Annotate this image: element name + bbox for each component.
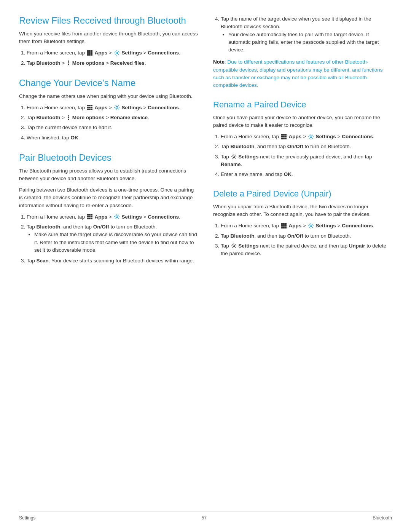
section-delete-paired: Delete a Paired Device (Unpair) When you… — [213, 189, 392, 257]
change-step-4: When finished, tap OK. — [27, 134, 198, 142]
svg-point-23 — [68, 115, 69, 116]
svg-rect-28 — [91, 214, 92, 216]
svg-rect-33 — [89, 218, 91, 219]
svg-point-11 — [68, 62, 69, 63]
bluetooth-label: Bluetooth — [37, 60, 61, 66]
review-step-1: From a Home screen, tap Apps > Settings … — [27, 49, 198, 57]
section-change-name: Change Your Device’s Name Change the nam… — [19, 78, 198, 142]
svg-point-24 — [68, 117, 69, 118]
pair-note: Note: Due to different specifications an… — [213, 58, 392, 89]
svg-rect-7 — [89, 54, 91, 56]
svg-rect-30 — [89, 216, 91, 217]
rename-paired-intro: Once you have paired your device to anot… — [213, 114, 392, 129]
svg-rect-32 — [87, 218, 89, 219]
settings-icon-5 — [308, 223, 314, 229]
svg-rect-37 — [283, 134, 285, 136]
more-options-icon-2 — [67, 115, 70, 120]
settings-icon-3 — [114, 214, 120, 220]
pair-step-4: Tap the name of the target device when y… — [221, 15, 392, 54]
rename-step-1: From a Home screen, tap Apps > Settings … — [221, 133, 392, 141]
svg-rect-8 — [91, 54, 92, 56]
pair-step-4-bullets: Your device automatically tries to pair … — [228, 31, 392, 54]
svg-rect-42 — [281, 138, 283, 139]
svg-rect-39 — [281, 136, 283, 137]
review-files-intro: When you receive files from another devi… — [19, 30, 198, 46]
connections-label: Connections — [148, 50, 179, 56]
svg-rect-41 — [285, 136, 287, 137]
svg-point-10 — [68, 61, 69, 62]
review-files-title: Review Files Received through Bluetooth — [19, 15, 198, 26]
svg-rect-2 — [91, 50, 92, 52]
apps-icon — [87, 50, 93, 56]
apps-icon-3 — [87, 214, 93, 220]
apps-icon-4 — [281, 134, 287, 140]
pair-step-3: Tap Scan. Your device starts scanning fo… — [27, 257, 198, 265]
svg-rect-43 — [283, 138, 285, 139]
pair-devices-title: Pair Bluetooth Devices — [19, 152, 198, 163]
section-rename-paired: Rename a Paired Device Once you have pai… — [213, 100, 392, 178]
delete-paired-intro: When you unpair from a Bluetooth device,… — [213, 203, 392, 219]
page: Review Files Received through Bluetooth … — [0, 0, 411, 532]
svg-rect-31 — [91, 216, 92, 217]
delete-paired-steps: From a Home screen, tap Apps > Settings … — [221, 222, 392, 257]
change-name-title: Change Your Device’s Name — [19, 78, 198, 89]
footer-page-number: 57 — [202, 515, 207, 521]
section-pair-devices: Pair Bluetooth Devices The Bluetooth pai… — [19, 152, 198, 265]
rename-step-4: Enter a new name, and tap OK. — [221, 171, 392, 178]
pair-devices-intro1: The Bluetooth pairing process allows you… — [19, 167, 198, 183]
svg-rect-16 — [87, 107, 89, 108]
pair-devices-steps: From a Home screen, tap Apps > Settings … — [27, 213, 198, 265]
svg-rect-1 — [89, 50, 91, 52]
change-step-2: Tap Bluetooth > More options > Rename de… — [27, 114, 198, 121]
svg-point-9 — [116, 52, 118, 54]
received-files-label: Received files — [110, 60, 145, 66]
delete-step-3: Tap Settings next to the paired device, … — [221, 242, 392, 258]
settings-icon — [114, 50, 120, 56]
svg-rect-47 — [281, 223, 283, 225]
pair-devices-intro2: Pairing between two Bluetooth devices is… — [19, 186, 198, 209]
delete-paired-title: Delete a Paired Device (Unpair) — [213, 189, 392, 199]
change-name-intro: Change the name others use when pairing … — [19, 93, 198, 100]
svg-point-12 — [68, 64, 69, 65]
svg-rect-4 — [89, 52, 91, 54]
gear-icon-2 — [231, 243, 237, 249]
svg-point-57 — [233, 245, 235, 247]
rename-step-2: Tap Bluetooth, and then tap On/Off to tu… — [221, 143, 392, 150]
section-review-files: Review Files Received through Bluetooth … — [19, 15, 198, 67]
pair-bullet-2: Your device automatically tries to pair … — [228, 31, 392, 54]
left-column: Review Files Received through Bluetooth … — [19, 15, 198, 511]
svg-point-22 — [116, 107, 118, 109]
main-content: Review Files Received through Bluetooth … — [19, 15, 392, 511]
footer-right: Bluetooth — [373, 515, 392, 521]
apps-icon-2 — [87, 104, 93, 110]
svg-rect-40 — [283, 136, 285, 137]
delete-step-1: From a Home screen, tap Apps > Settings … — [221, 222, 392, 230]
more-options-label: More options — [72, 60, 105, 66]
change-name-steps: From a Home screen, tap Apps > Settings … — [27, 104, 198, 142]
svg-rect-14 — [89, 105, 91, 106]
apps-icon-5 — [281, 223, 287, 229]
svg-rect-15 — [91, 105, 92, 106]
svg-point-56 — [310, 225, 312, 227]
svg-rect-48 — [283, 223, 285, 225]
svg-rect-34 — [91, 218, 92, 219]
svg-rect-6 — [87, 54, 89, 56]
svg-point-45 — [310, 136, 312, 137]
svg-point-35 — [116, 216, 118, 218]
section-pair-cont: Tap the name of the target device when y… — [213, 15, 392, 89]
change-step-3: Tap the current device name to edit it. — [27, 124, 198, 131]
svg-point-46 — [233, 156, 235, 158]
svg-rect-53 — [281, 227, 283, 228]
rename-step-3: Tap Settings next to the previously pair… — [221, 153, 392, 169]
svg-rect-49 — [285, 223, 287, 225]
svg-rect-13 — [87, 105, 89, 106]
svg-rect-3 — [87, 52, 89, 54]
change-step-1: From a Home screen, tap Apps > Settings … — [27, 104, 198, 112]
svg-rect-55 — [285, 227, 287, 228]
pair-step-1: From a Home screen, tap Apps > Settings … — [27, 213, 198, 221]
pair-bullet-1: Make sure that the target device is disc… — [34, 231, 198, 254]
page-footer: Settings 57 Bluetooth — [19, 511, 392, 521]
svg-rect-54 — [283, 227, 285, 228]
svg-rect-50 — [281, 225, 283, 227]
svg-rect-17 — [89, 107, 91, 108]
